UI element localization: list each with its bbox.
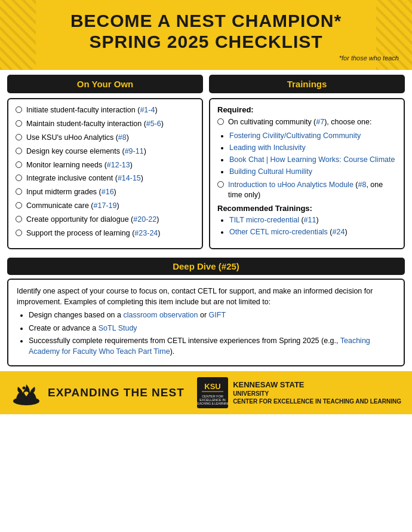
list-item: Input midterm grades (#16) <box>16 187 195 197</box>
list-item: Design changes based on a classroom obse… <box>29 310 395 321</box>
bullet-icon <box>16 216 22 222</box>
main-content: Initiate student-faculty interaction (#1… <box>0 93 412 254</box>
nest-icon <box>11 380 42 406</box>
deep-dive-list: Design changes based on a classroom obse… <box>17 310 395 357</box>
gift-link[interactable]: GIFT <box>209 311 226 319</box>
link-5-6[interactable]: #5-6 <box>146 120 161 128</box>
list-item: Support the process of learning (#23-24) <box>16 228 195 239</box>
classroom-observation-link[interactable]: classroom observation <box>123 311 198 319</box>
link-24[interactable]: #24 <box>333 228 345 236</box>
footer-right: KSU CENTER FOR EXCELLENCE IN TEACHING & … <box>197 377 401 408</box>
bullet-icon <box>16 188 22 195</box>
link-12-13[interactable]: #12-13 <box>107 161 130 169</box>
footer-left: EXPANDING THE NEST <box>11 380 185 406</box>
bullet-icon <box>16 161 22 168</box>
list-item: Fostering Civility/Cultivating Community <box>229 131 396 141</box>
list-item: TILT micro-credential (#11) <box>229 215 396 225</box>
link-8b[interactable]: #8 <box>358 181 367 189</box>
ksu-logo-icon: KSU CENTER FOR EXCELLENCE IN TEACHING & … <box>197 377 228 408</box>
svg-text:TEACHING & LEARNING: TEACHING & LEARNING <box>197 402 228 405</box>
svg-text:KSU: KSU <box>204 382 220 391</box>
required-label: Required: <box>217 105 396 114</box>
book-chat-link[interactable]: Book Chat | How Learning Works: Course C… <box>229 155 395 164</box>
link-14-15[interactable]: #14-15 <box>118 174 141 182</box>
recommended-list: TILT micro-credential (#11) Other CETL m… <box>217 215 396 237</box>
main-title: BECOME A NEST CHAMPION* SPRING 2025 CHEC… <box>12 11 400 52</box>
bullet-icon <box>217 181 224 188</box>
bullet-icon <box>16 148 22 154</box>
cetl-link[interactable]: Other CETL micro-credentials <box>229 228 328 236</box>
list-item: Design key course elements (#9-11) <box>16 146 195 157</box>
teaching-academy-link[interactable]: Teaching Academy for Faculty Who Teach P… <box>29 337 370 356</box>
list-item: Integrate inclusive content (#14-15) <box>16 173 195 184</box>
deep-dive-body: Identify one aspect of your course to fo… <box>17 287 373 306</box>
list-item: Use KSU's uHoo Analytics (#8) <box>16 133 195 143</box>
leading-inclusivity-link[interactable]: Leading with Inclusivity <box>229 143 306 152</box>
list-item: Other CETL micro-credentials (#24) <box>229 227 396 237</box>
recommended-label: Recommended Trainings: <box>217 204 396 213</box>
uhoo-item: Introduction to uHoo Analytics Module (#… <box>217 180 396 200</box>
list-item: Building Cultural Humility <box>229 167 396 177</box>
link-20-22[interactable]: #20-22 <box>133 215 156 224</box>
sotl-link[interactable]: SoTL Study <box>99 324 137 332</box>
list-item: Book Chat | How Learning Works: Course C… <box>229 155 396 165</box>
community-item: On cultivating community (#7), choose on… <box>217 117 396 127</box>
ksu-center: CENTER FOR EXCELLENCE IN TEACHING AND LE… <box>233 398 401 405</box>
trainings-section: Required: On cultivating community (#7),… <box>209 98 405 249</box>
ksu-name: KENNESAW STATE <box>233 380 401 390</box>
list-item: Initiate student-faculty interaction (#1… <box>16 105 195 115</box>
expanding-text: EXPANDING THE NEST <box>48 386 185 399</box>
link-11[interactable]: #11 <box>304 216 316 224</box>
link-7[interactable]: #7 <box>316 118 324 126</box>
list-item: Communicate care (#17-19) <box>16 201 195 211</box>
tilt-link[interactable]: TILT micro-credential <box>229 216 299 224</box>
section-headers: On Your Own Trainings <box>0 70 412 93</box>
community-options: Fostering Civility/Cultivating Community… <box>217 131 396 177</box>
ksu-text: KENNESAW STATE UNIVERSITY CENTER FOR EXC… <box>233 380 401 406</box>
trainings-header: Trainings <box>209 75 405 93</box>
bullet-icon <box>217 118 224 125</box>
deep-dive-link[interactable]: #25 <box>222 261 236 271</box>
list-item: Create or advance a SoTL Study <box>29 323 395 334</box>
link-23-24[interactable]: #23-24 <box>134 229 158 237</box>
deep-dive-header: Deep Dive (#25) <box>7 258 405 275</box>
cultural-humility-link[interactable]: Building Cultural Humility <box>229 167 312 176</box>
on-your-own-header: On Your Own <box>7 75 203 93</box>
bullet-icon <box>16 106 22 113</box>
link-9-11[interactable]: #9-11 <box>125 147 144 155</box>
bullet-icon <box>16 134 22 140</box>
on-your-own-list: Initiate student-faculty interaction (#1… <box>16 105 195 239</box>
footnote: *for those who teach <box>12 54 400 62</box>
bullet-icon <box>16 230 22 236</box>
list-item: Leading with Inclusivity <box>229 143 396 153</box>
list-item: Successfully complete requirements from … <box>29 336 395 357</box>
bullet-icon <box>16 175 22 181</box>
bullet-icon <box>16 202 22 209</box>
on-your-own-section: Initiate student-faculty interaction (#1… <box>7 98 203 249</box>
link-16[interactable]: #16 <box>102 188 114 196</box>
header: BECOME A NEST CHAMPION* SPRING 2025 CHEC… <box>0 0 412 70</box>
link-8[interactable]: #8 <box>118 133 127 142</box>
link-1-4[interactable]: #1-4 <box>140 106 155 114</box>
ksu-university: UNIVERSITY <box>233 390 401 398</box>
list-item: Maintain student-faculty interaction (#5… <box>16 119 195 129</box>
deep-dive-content: Identify one aspect of your course to fo… <box>7 279 405 366</box>
footer: EXPANDING THE NEST KSU CENTER FOR EXCELL… <box>0 371 412 414</box>
fostering-civility-link[interactable]: Fostering Civility/Cultivating Community <box>229 132 361 140</box>
link-17-19[interactable]: #17-19 <box>94 201 117 210</box>
list-item: Create opportunity for dialogue (#20-22) <box>16 215 195 225</box>
uhoo-link[interactable]: Introduction to uHoo Analytics Module <box>228 181 353 189</box>
svg-point-1 <box>23 387 26 390</box>
list-item: Monitor learning needs (#12-13) <box>16 160 195 170</box>
bullet-icon <box>16 120 22 127</box>
